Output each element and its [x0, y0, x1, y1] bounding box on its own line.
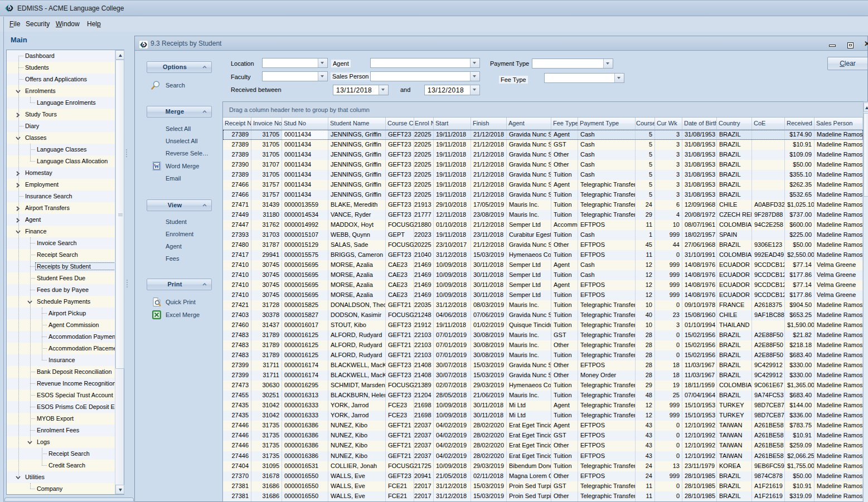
- svg-text:W: W: [154, 163, 159, 169]
